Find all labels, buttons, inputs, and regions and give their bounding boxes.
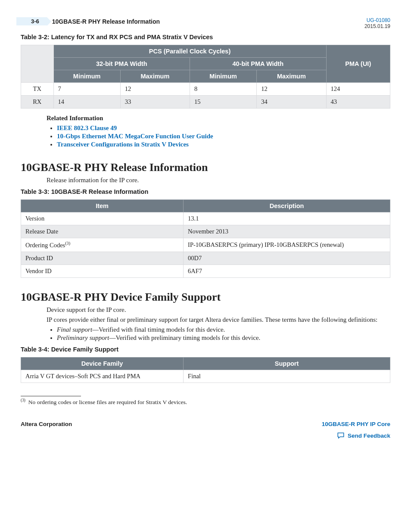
footer-ip-core-link[interactable]: 10GBASE-R PHY IP Core	[322, 421, 390, 427]
th-40bit: 40-bit PMA Width	[190, 58, 327, 70]
th-max: Maximum	[257, 70, 326, 83]
doc-meta: UG-01080 2015.01.19	[364, 17, 390, 29]
footer-company: Altera Corporation	[21, 421, 72, 427]
table-row: RX 14 33 15 34 43	[21, 96, 390, 109]
device-support-table: Device Family Support Arria V GT devices…	[21, 357, 390, 383]
table-3-2-caption: Table 3-2: Latency for TX and RX PCS and…	[21, 34, 390, 40]
th-pcs: PCS (Parallel Clock Cycles)	[53, 45, 326, 58]
table-3-4-caption: Table 3-4: Device Family Support	[21, 346, 390, 353]
table-row: Vendor ID 6AF7	[21, 264, 390, 277]
heading-device-support: 10GBASE-R PHY Device Family Support	[21, 291, 390, 304]
definitions-list: Final support—Verified with final timing…	[57, 326, 390, 342]
send-feedback-link[interactable]: Send Feedback	[322, 432, 390, 439]
related-information-heading: Related Information	[47, 115, 390, 122]
list-item: Final support—Verified with final timing…	[57, 326, 390, 333]
doc-date: 2015.01.19	[364, 23, 390, 29]
th-min: Minimum	[53, 70, 120, 83]
doc-id-link[interactable]: UG-01080	[367, 17, 390, 23]
table-row: Product ID 00D7	[21, 252, 390, 264]
table-row: TX 7 12 8 12 124	[21, 83, 390, 96]
th-support: Support	[184, 357, 390, 370]
table-3-3-caption: Table 3-3: 10GBASE-R Release Information	[21, 188, 390, 195]
feedback-icon	[336, 432, 345, 439]
latency-table: PCS (Parallel Clock Cycles) PMA (UI) 32-…	[21, 45, 390, 109]
link-transceiver[interactable]: Transceiver Configurations in Stratix V …	[57, 141, 189, 148]
th-min: Minimum	[190, 70, 257, 83]
page-footer: Altera Corporation 10GBASE-R PHY IP Core…	[21, 421, 390, 439]
list-item: Preliminary support—Verified with prelim…	[57, 334, 390, 342]
footnote-3: (3) No ordering codes or license files a…	[21, 398, 390, 406]
page-title: 10GBASE-R PHY Release Information	[52, 18, 160, 25]
release-info-table: Item Description Version 13.1 Release Da…	[21, 199, 390, 278]
th-32bit: 32-bit PMA Width	[53, 58, 190, 70]
related-links-list: IEEE 802.3 Clause 49 10-Gbps Ethernet MA…	[57, 124, 390, 148]
th-device-family: Device Family	[21, 357, 184, 370]
page-header: 3-6 10GBASE-R PHY Release Information UG…	[21, 17, 390, 29]
page-number-badge: 3-6	[16, 17, 47, 25]
heading-release-info: 10GBASE-R PHY Release Information	[21, 161, 390, 174]
device-intro-text: Device support for the IP core.	[47, 306, 390, 314]
table-row: Arria V GT devices–Soft PCS and Hard PMA…	[21, 370, 390, 383]
device-para-text: IP cores provide either final or prelimi…	[47, 316, 390, 324]
link-mac-guide[interactable]: 10-Gbps Ethernet MAC MegaCore Function U…	[57, 133, 213, 140]
table-row: Version 13.1	[21, 212, 390, 225]
th-item: Item	[21, 200, 184, 212]
table-row: Ordering Codes(3) IP-10GBASERPCS (primar…	[21, 238, 390, 252]
footnote-rule	[21, 396, 81, 396]
table-row: Release Date November 2013	[21, 225, 390, 238]
th-description: Description	[184, 200, 390, 212]
th-max: Maximum	[120, 70, 190, 83]
th-pma: PMA (UI)	[326, 45, 390, 83]
link-ieee[interactable]: IEEE 802.3 Clause 49	[57, 124, 117, 131]
release-intro-text: Release information for the IP core.	[47, 177, 390, 184]
